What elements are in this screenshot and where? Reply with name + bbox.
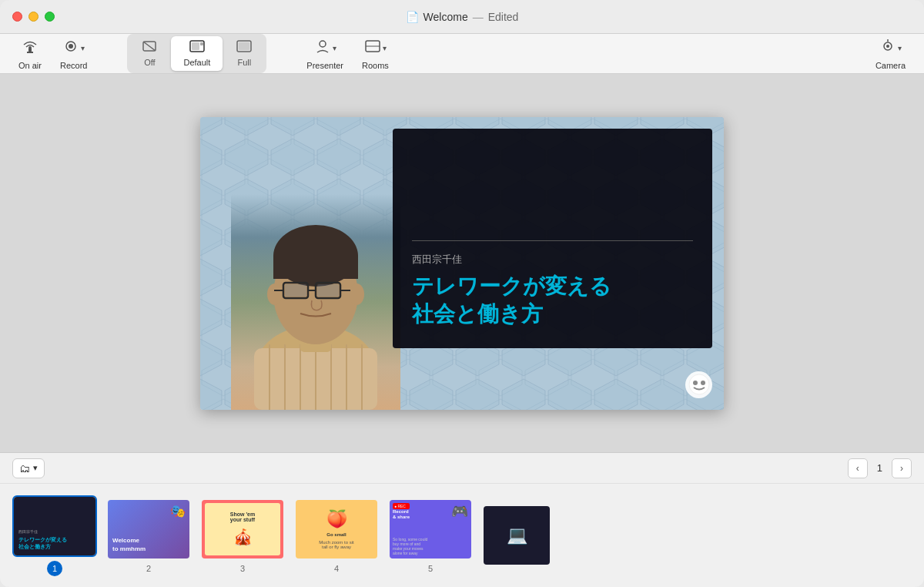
slide-thumb-1[interactable]: 西田宗千佳 テレワークが変える社会と働き方 1 — [12, 495, 97, 576]
on-air-label: On air — [18, 61, 42, 70]
rooms-arrow-icon: ▾ — [383, 44, 387, 52]
view-default-button[interactable]: Default — [171, 36, 223, 71]
slide-divider — [412, 240, 693, 241]
camera-button[interactable]: ▾ Camera — [869, 35, 912, 73]
presentation-preview: 西田宗千佳 テレワークが変える 社会と働き方 — [200, 117, 724, 410]
rooms-label: Rooms — [362, 61, 389, 70]
svg-rect-45 — [317, 284, 339, 297]
thumb4-title: Go small — [326, 532, 346, 537]
broadcast-icon — [22, 38, 38, 59]
record-arrow-icon: ▾ — [81, 44, 85, 52]
window-title: 📄 Welcome — Edited — [406, 11, 519, 23]
fullscreen-button[interactable] — [45, 12, 55, 22]
thumb1-content: 西田宗千佳 テレワークが変える社会と働き方 — [14, 497, 95, 555]
titlebar: 📄 Welcome — Edited — [0, 0, 924, 34]
slide-title-line1: テレワークが変える — [412, 274, 611, 298]
svg-rect-1 — [27, 52, 33, 53]
svg-point-37 — [267, 283, 283, 305]
view-full-label: Full — [237, 58, 251, 67]
page-nav: ‹ 1 › — [848, 458, 912, 478]
slide-thumb-img-1: 西田宗千佳 テレワークが変える社会と働き方 — [12, 495, 97, 557]
slide-num-5: 5 — [428, 564, 433, 573]
record-icon — [62, 38, 79, 59]
thumb3-title: Show 'emyour stuff — [230, 512, 255, 522]
view-toggle-group: Off Default — [127, 34, 266, 73]
add-slide-arrow: ▾ — [33, 463, 38, 473]
svg-point-16 — [886, 45, 889, 48]
svg-line-6 — [143, 42, 156, 51]
svg-rect-8 — [192, 42, 199, 50]
camera-label: Camera — [875, 61, 906, 70]
title-name: Welcome — [424, 11, 468, 23]
view-full-icon — [236, 40, 252, 55]
thumb2-content: 🎭 Welcometo mmhmm — [108, 500, 189, 558]
presenter-arrow-icon: ▾ — [333, 44, 336, 52]
svg-point-2 — [28, 46, 32, 49]
svg-point-46 — [689, 374, 709, 394]
svg-point-38 — [349, 283, 364, 305]
presenter-button[interactable]: ▾ Presenter — [300, 35, 350, 73]
thumb2-deco: 🎭 — [170, 504, 186, 518]
camera-arrow-icon: ▾ — [898, 44, 902, 52]
thumb1-title: テレワークが変える社会と働き方 — [18, 536, 91, 550]
slide-thumb-5[interactable]: ● REC Record& share 🎮 So long, some coul… — [388, 498, 473, 573]
svg-rect-9 — [200, 42, 203, 45]
minimize-button[interactable] — [28, 12, 38, 22]
thumb2-text: Welcometo mmhmm — [112, 536, 185, 553]
svg-point-48 — [701, 381, 705, 385]
slide-thumb-img-3: Show 'emyour stuff 🎪 — [200, 498, 285, 560]
slide-thumb-img-2: 🎭 Welcometo mmhmm — [106, 498, 191, 560]
add-slide-icon: 🗂 — [19, 462, 30, 475]
traffic-lights — [12, 12, 55, 22]
thumb6-content: 💻 — [484, 506, 550, 565]
record-label: Record — [60, 61, 87, 70]
thumb5-content: ● REC Record& share 🎮 So long, some coul… — [390, 500, 471, 558]
slide-thumb-2[interactable]: 🎭 Welcometo mmhmm 2 — [106, 498, 191, 573]
svg-rect-44 — [285, 284, 306, 297]
camera-icon — [879, 38, 896, 59]
prev-page-button[interactable]: ‹ — [848, 458, 868, 478]
thumb5-top: ● REC Record& share 🎮 — [393, 503, 468, 522]
presenter-label: Presenter — [306, 61, 343, 70]
record-button[interactable]: ▾ Record — [54, 35, 93, 73]
thumb4-content: 🍑 Go small Much zoom to sittall or fly a… — [296, 500, 377, 558]
slide-num-2: 2 — [146, 564, 151, 573]
title-separator: — — [473, 11, 484, 23]
slide-thumb-4[interactable]: 🍑 Go small Much zoom to sittall or fly a… — [294, 498, 379, 573]
toolbar-left: On air ▾ Record — [12, 35, 93, 73]
view-full-button[interactable]: Full — [224, 36, 264, 71]
slide-num-4: 4 — [334, 564, 339, 573]
slide-thumb-img-4: 🍑 Go small Much zoom to sittall or fly a… — [294, 498, 379, 560]
toolbar-center: Off Default — [102, 34, 291, 73]
next-page-button[interactable]: › — [892, 458, 912, 478]
slide-thumb-img-6: 💻 — [482, 505, 551, 566]
close-button[interactable] — [12, 12, 22, 22]
svg-point-4 — [69, 44, 73, 49]
thumb5-rec: ● REC — [393, 503, 410, 509]
slide-thumb-3[interactable]: Show 'emyour stuff 🎪 3 — [200, 498, 285, 573]
slide-strip: 🗂 ▾ ‹ 1 › 西田宗千佳 テレワークが変える社会と働き方 1 🎭 — [0, 452, 924, 587]
main-content: 西田宗千佳 テレワークが変える 社会と働き方 — [0, 74, 924, 452]
rooms-icon — [364, 38, 381, 59]
on-air-button[interactable]: On air — [12, 35, 48, 73]
doc-icon: 📄 — [406, 11, 419, 23]
thumb1-subtitle: 西田宗千佳 — [18, 529, 91, 534]
svg-point-12 — [320, 41, 326, 47]
thumb3-content: Show 'emyour stuff 🎪 — [202, 500, 283, 558]
slide-thumb-6[interactable]: 💻 — [482, 505, 551, 566]
add-slide-button[interactable]: 🗂 ▾ — [12, 458, 45, 478]
svg-point-47 — [693, 381, 698, 385]
svg-rect-11 — [239, 42, 249, 50]
toolbar: On air ▾ Record — [0, 34, 924, 74]
view-off-icon — [142, 40, 157, 55]
toolbar-right: ▾ Presenter ▾ Rooms — [300, 35, 912, 73]
view-off-button[interactable]: Off — [129, 36, 169, 71]
current-page: 1 — [877, 462, 882, 474]
slide-thumb-img-5: ● REC Record& share 🎮 So long, some coul… — [388, 498, 473, 560]
thumb3-card: Show 'emyour stuff 🎪 — [205, 503, 280, 555]
rooms-button[interactable]: ▾ Rooms — [356, 35, 395, 73]
svg-rect-36 — [273, 256, 358, 279]
slide-subtitle: 西田宗千佳 — [412, 253, 693, 267]
slide-content-panel: 西田宗千佳 テレワークが変える 社会と働き方 — [393, 129, 712, 348]
slide-num-3: 3 — [240, 564, 245, 573]
